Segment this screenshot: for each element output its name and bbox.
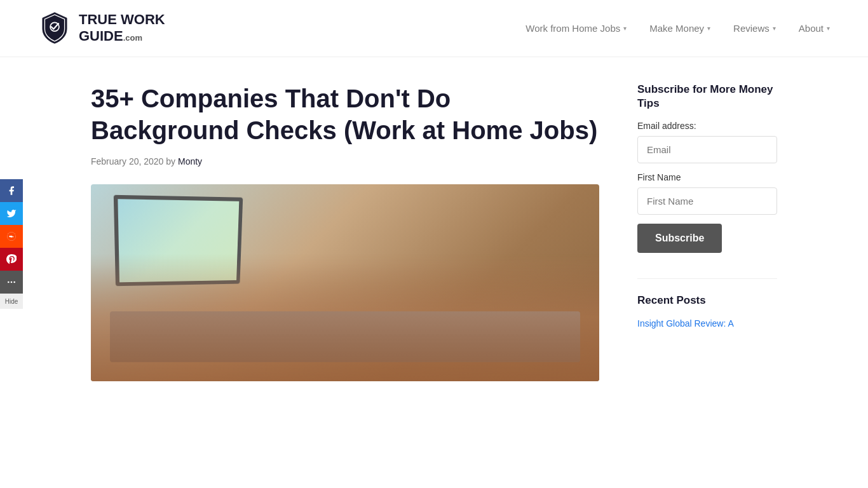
twitter-share-button[interactable]	[0, 202, 23, 225]
facebook-icon	[6, 186, 17, 196]
reddit-share-button[interactable]	[0, 225, 23, 248]
logo-text: TRUE WORK GUIDE.com	[79, 11, 165, 45]
pinterest-icon	[6, 254, 17, 264]
svg-point-4	[13, 281, 15, 283]
email-label: Email address:	[637, 121, 777, 131]
subscribe-widget: Subscribe for More Money Tips Email addr…	[637, 83, 777, 253]
article-meta: February 20, 2020 by Monty	[91, 156, 599, 166]
more-share-button[interactable]	[0, 271, 23, 294]
article-title: 35+ Companies That Don't Do Background C…	[91, 83, 599, 146]
page-wrapper: 35+ Companies That Don't Do Background C…	[53, 57, 815, 407]
chevron-down-icon: ▾	[623, 25, 627, 32]
chevron-down-icon: ▾	[773, 25, 776, 32]
svg-point-2	[8, 281, 10, 283]
site-logo[interactable]: TRUE WORK GUIDE.com	[38, 11, 165, 45]
hands-overlay	[91, 254, 599, 381]
first-name-input[interactable]	[637, 187, 777, 215]
hide-social-button[interactable]: Hide	[0, 294, 23, 309]
first-name-label: First Name	[637, 172, 777, 182]
pinterest-share-button[interactable]	[0, 248, 23, 271]
author-link[interactable]: Monty	[178, 156, 202, 166]
nav-reviews[interactable]: Reviews ▾	[733, 23, 776, 34]
sidebar-divider	[637, 278, 777, 279]
chevron-down-icon: ▾	[827, 25, 830, 32]
recent-posts-title: Recent Posts	[637, 294, 777, 307]
logo-icon	[38, 11, 71, 44]
svg-point-3	[11, 281, 13, 283]
subscribe-button[interactable]: Subscribe	[637, 224, 722, 253]
social-sidebar: Hide	[0, 179, 23, 309]
main-content: 35+ Companies That Don't Do Background C…	[91, 83, 599, 381]
nav-work-from-home-jobs[interactable]: Work from Home Jobs ▾	[526, 23, 627, 34]
share-icon	[6, 277, 17, 287]
subscribe-title: Subscribe for More Money Tips	[637, 83, 777, 111]
twitter-icon	[6, 208, 17, 219]
email-input[interactable]	[637, 136, 777, 163]
sidebar: Subscribe for More Money Tips Email addr…	[637, 83, 777, 381]
recent-post-link[interactable]: Insight Global Review: A	[637, 318, 734, 329]
reddit-icon	[6, 231, 17, 241]
nav-make-money[interactable]: Make Money ▾	[649, 23, 710, 34]
facebook-share-button[interactable]	[0, 179, 23, 202]
main-nav: Work from Home Jobs ▾ Make Money ▾ Revie…	[526, 23, 830, 34]
recent-posts-widget: Recent Posts Insight Global Review: A	[637, 294, 777, 330]
chevron-down-icon: ▾	[707, 25, 710, 32]
hero-image	[91, 184, 599, 381]
site-header: TRUE WORK GUIDE.com Work from Home Jobs …	[0, 0, 868, 57]
nav-about[interactable]: About ▾	[799, 23, 830, 34]
